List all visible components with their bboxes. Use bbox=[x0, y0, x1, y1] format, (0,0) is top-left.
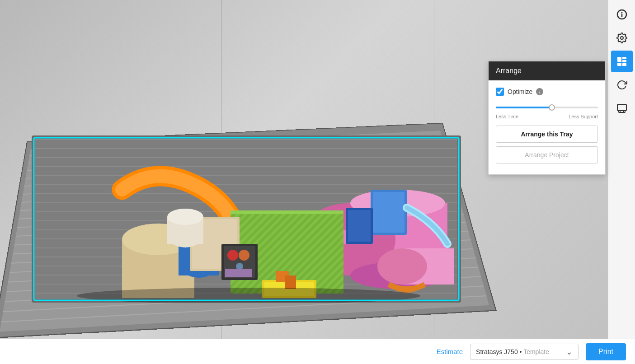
arrange-panel: Arrange Optimize i Less Time Less Suppor… bbox=[488, 61, 606, 175]
svg-rect-48 bbox=[225, 269, 252, 277]
svg-rect-2 bbox=[35, 139, 457, 140]
svg-rect-67 bbox=[622, 63, 626, 66]
svg-rect-63 bbox=[617, 57, 621, 62]
printer-name: Stratasys J750 bbox=[476, 348, 518, 355]
arrange-panel-title: Arrange bbox=[496, 67, 522, 75]
svg-rect-5 bbox=[35, 166, 457, 167]
info-button[interactable] bbox=[611, 4, 633, 25]
printer-separator: • bbox=[520, 348, 524, 355]
optimize-label: Optimize bbox=[508, 88, 532, 95]
svg-rect-29 bbox=[373, 192, 405, 233]
svg-rect-4 bbox=[35, 157, 457, 158]
arrange-tray-button[interactable]: Arrange this Tray bbox=[496, 126, 598, 143]
settings-button[interactable] bbox=[611, 27, 633, 49]
3d-model[interactable] bbox=[32, 108, 461, 303]
arrange-icon bbox=[616, 56, 628, 67]
printer-selector[interactable]: Stratasys J750 • Template ⌄ bbox=[470, 344, 579, 360]
svg-point-53 bbox=[167, 209, 203, 225]
printer-selector-text: Stratasys J750 • Template bbox=[476, 348, 562, 355]
svg-rect-40 bbox=[285, 275, 296, 289]
slider-container bbox=[496, 102, 598, 110]
model-render bbox=[32, 108, 461, 303]
svg-rect-7 bbox=[35, 184, 457, 185]
optimize-row: Optimize i bbox=[496, 88, 598, 96]
svg-rect-68 bbox=[617, 104, 626, 111]
svg-rect-65 bbox=[622, 60, 626, 62]
slider-labels: Less Time Less Support bbox=[496, 114, 598, 119]
sidebar-toolbar bbox=[608, 0, 635, 364]
svg-point-56 bbox=[377, 248, 427, 285]
svg-rect-6 bbox=[35, 175, 457, 176]
printer-template: Template bbox=[523, 348, 549, 355]
arrange-project-button[interactable]: Arrange Project bbox=[496, 146, 598, 163]
svg-point-62 bbox=[621, 37, 623, 39]
arrange-panel-header: Arrange bbox=[489, 61, 605, 80]
arrange-panel-body: Optimize i Less Time Less Support Arrang… bbox=[489, 80, 605, 174]
svg-rect-50 bbox=[348, 210, 371, 242]
chevron-down-icon: ⌄ bbox=[566, 347, 573, 357]
svg-rect-64 bbox=[622, 57, 626, 59]
svg-point-45 bbox=[227, 250, 238, 261]
slider-right-label: Less Support bbox=[569, 114, 598, 119]
tray-button[interactable] bbox=[611, 98, 633, 119]
print-button[interactable]: Print bbox=[586, 343, 626, 360]
optimize-checkbox[interactable] bbox=[496, 88, 504, 96]
refresh-button[interactable] bbox=[611, 74, 633, 96]
main-viewport: Arrange Optimize i Less Time Less Suppor… bbox=[0, 0, 635, 364]
optimize-info-icon[interactable]: i bbox=[536, 88, 543, 95]
optimize-slider[interactable] bbox=[496, 107, 598, 108]
slider-left-label: Less Time bbox=[496, 114, 518, 119]
bottom-bar: Estimate Stratasys J750 • Template ⌄ Pri… bbox=[0, 339, 635, 364]
svg-rect-66 bbox=[617, 63, 621, 66]
svg-rect-3 bbox=[35, 148, 457, 149]
arrange-button[interactable] bbox=[611, 51, 633, 72]
estimate-button[interactable]: Estimate bbox=[437, 348, 463, 355]
svg-point-46 bbox=[239, 250, 249, 261]
svg-rect-36 bbox=[230, 210, 343, 214]
